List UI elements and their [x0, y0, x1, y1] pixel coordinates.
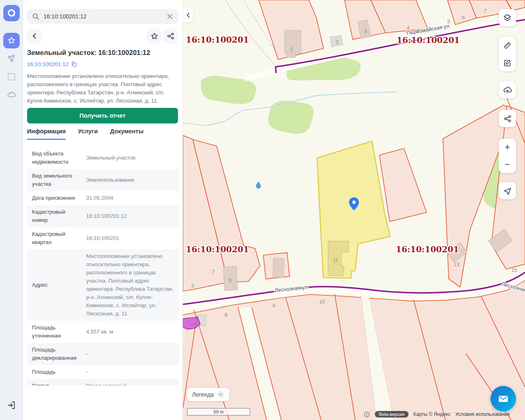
svg-text:2: 2 — [336, 39, 339, 45]
map-share-button[interactable] — [499, 110, 516, 127]
left-icon-rail — [0, 0, 23, 420]
cloud-upload-icon — [503, 85, 512, 95]
measure-draw-group — [499, 37, 516, 71]
upload-button[interactable] — [499, 81, 516, 98]
svg-text:8: 8 — [273, 303, 276, 308]
zoom-controls: + − — [499, 139, 516, 173]
draw-button[interactable] — [499, 54, 516, 71]
table-row: Адрес Местоположение установлено относит… — [27, 249, 179, 321]
svg-text:16:10:100201: 16:10:100201 — [396, 244, 459, 254]
clear-search-icon[interactable] — [167, 13, 173, 20]
map-copyright[interactable]: Карты © Яндекс — [413, 411, 450, 417]
sidebar-item-favorites[interactable] — [3, 33, 20, 48]
page-title: Земельный участок: 16:10:100201:12 — [27, 49, 179, 57]
star-outline-icon — [150, 32, 159, 41]
chevron-left-icon — [185, 12, 191, 18]
chat-button[interactable] — [491, 386, 516, 411]
map-scale-bar: 50 m — [187, 408, 250, 415]
svg-text:16:10:100201: 16:10:100201 — [186, 35, 249, 45]
svg-text:6: 6 — [462, 15, 465, 21]
chevron-up-icon — [217, 391, 224, 398]
info-icon[interactable] — [364, 411, 370, 418]
copy-icon[interactable] — [71, 61, 77, 67]
ruler-button[interactable] — [499, 37, 516, 54]
share-button[interactable] — [163, 29, 178, 43]
svg-text:1: 1 — [290, 46, 293, 52]
zoom-out-button[interactable]: − — [499, 156, 516, 173]
cloud-icon — [7, 90, 16, 100]
table-row: Дата присвоения 31.05.2004 — [27, 191, 179, 205]
terms-link[interactable]: Условия использования — [455, 411, 510, 417]
svg-text:9: 9 — [229, 278, 232, 283]
map-attribution: Beta-версия Карты © Яндекс Условия испол… — [364, 411, 510, 418]
svg-text:11: 11 — [333, 258, 338, 263]
app-logo-icon — [6, 8, 17, 18]
search-bar[interactable] — [27, 9, 178, 24]
map-svg[interactable]: 1 2 3 4 5 6 7 5 7 9 6 8 10 4 11 13 15 Пе… — [183, 0, 525, 420]
sidebar-item-cloud[interactable] — [6, 89, 17, 100]
table-row: Площадь уточненная 4,557 кв. м — [27, 321, 179, 343]
table-row: Кадастровый квартал 16:10:100201 — [27, 227, 179, 249]
svg-text:10: 10 — [319, 299, 325, 305]
svg-text:4: 4 — [193, 320, 196, 326]
svg-text:3: 3 — [364, 28, 367, 34]
area-select-icon — [7, 72, 16, 82]
search-icon — [32, 13, 39, 20]
envelope-icon — [497, 393, 509, 405]
share-icon — [503, 114, 512, 123]
tab-bar: Информация Услуги Документы — [27, 128, 144, 140]
app-logo[interactable] — [3, 5, 20, 21]
svg-text:7: 7 — [484, 8, 487, 14]
sidebar-item-area-select[interactable] — [6, 71, 17, 82]
share-icon — [167, 32, 175, 40]
object-info-table: Вид объекта недвижимости Земельный участ… — [27, 147, 179, 386]
svg-text:13: 13 — [454, 262, 459, 267]
layers-button[interactable] — [499, 9, 516, 26]
svg-text:7: 7 — [212, 269, 215, 275]
svg-text:6: 6 — [225, 312, 228, 318]
building — [273, 258, 284, 278]
geometry-icon — [7, 54, 16, 64]
sign-out-icon — [7, 400, 16, 410]
locate-arrow-icon — [503, 186, 512, 195]
back-button[interactable] — [27, 29, 42, 43]
table-row: Площадь - — [27, 365, 179, 379]
beta-badge: Beta-версия — [375, 411, 409, 418]
svg-text:16:10:100201: 16:10:100201 — [397, 35, 460, 45]
svg-text:15: 15 — [511, 267, 517, 273]
tab-documents[interactable]: Документы — [110, 128, 144, 140]
tab-services[interactable]: Услуги — [78, 128, 98, 140]
cadastral-number-link[interactable]: 16:10:100201:12 — [27, 61, 77, 67]
legend-label: Легенда — [192, 391, 214, 398]
favorite-button[interactable] — [147, 29, 162, 43]
search-input[interactable] — [43, 13, 167, 20]
table-row: Кадастровый номер 16:10:100201:12 — [27, 205, 179, 227]
tab-information[interactable]: Информация — [27, 128, 66, 140]
legend-button[interactable]: Легенда — [187, 388, 229, 401]
chevron-left-icon — [31, 32, 38, 40]
building — [286, 52, 295, 57]
cadastral-number-text: 16:10:100201:12 — [27, 61, 68, 67]
layers-icon — [503, 13, 512, 22]
scale-label: 50 m — [214, 409, 224, 414]
table-row: Вид объекта недвижимости Земельный участ… — [27, 147, 179, 169]
sign-out-button[interactable] — [6, 400, 17, 411]
zoom-in-button[interactable]: + — [499, 139, 516, 156]
object-info-panel: Земельный участок: 16:10:100201:12 16:10… — [23, 0, 183, 420]
object-description: Местоположение установлено относительно … — [27, 72, 179, 105]
star-icon — [7, 36, 16, 45]
table-row: Статус Ранее учтенный — [27, 379, 179, 386]
collapse-panel-button[interactable] — [183, 8, 193, 22]
ruler-icon — [503, 41, 512, 50]
table-row: Вид земельного участка Землепользование — [27, 169, 179, 191]
locate-button[interactable] — [499, 182, 516, 199]
svg-text:16:10:100201: 16:10:100201 — [186, 244, 249, 254]
sidebar-item-geometry[interactable] — [6, 53, 17, 64]
svg-text:5: 5 — [192, 283, 194, 289]
table-row: Площадь декларированная - — [27, 343, 179, 365]
map-canvas[interactable]: 1 2 3 4 5 6 7 5 7 9 6 8 10 4 11 13 15 Пе… — [183, 0, 525, 420]
edit-icon — [503, 58, 512, 67]
get-report-button[interactable]: Получить отчет — [27, 108, 178, 123]
